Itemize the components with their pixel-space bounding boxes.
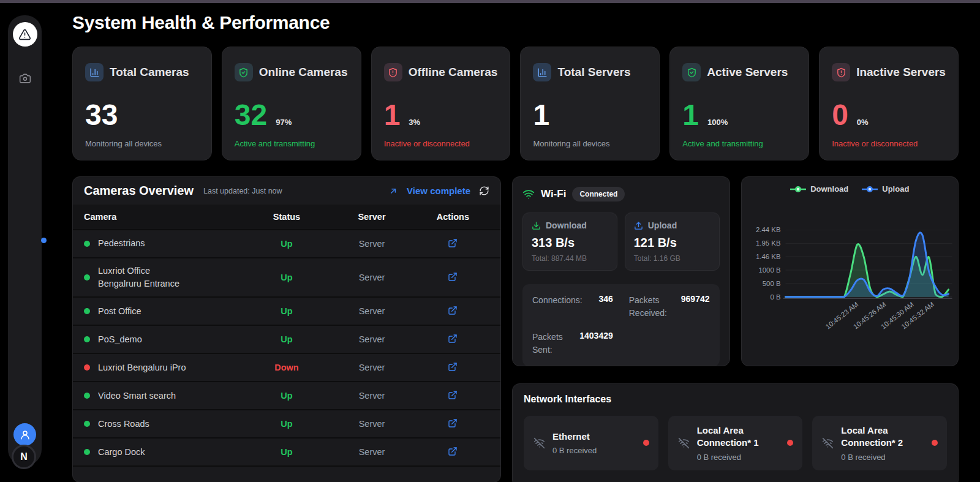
status-cell: Up <box>246 419 327 429</box>
legend-item[interactable]: Download <box>790 184 848 194</box>
external-link-icon <box>448 446 458 456</box>
stat-percent: 0% <box>857 118 869 129</box>
svg-text:1.46 KB: 1.46 KB <box>755 253 780 260</box>
view-complete-link[interactable]: View complete <box>407 186 470 196</box>
download-rate-value: 313 B/s <box>532 236 608 250</box>
legend-label: Upload <box>882 184 909 194</box>
server-cell: Server <box>327 273 417 282</box>
open-camera-button[interactable] <box>448 334 458 344</box>
user-icon <box>20 429 31 440</box>
stat-value: 1 <box>384 101 401 129</box>
chart-legend: DownloadUpload <box>747 182 954 194</box>
external-link-icon <box>448 362 458 372</box>
stat-card: Total Cameras 33 Monitoring all devices <box>72 47 212 160</box>
server-cell: Server <box>327 363 417 372</box>
stat-label: Total Cameras <box>110 66 189 79</box>
wifi-header: Wi-Fi Connected <box>522 187 720 201</box>
open-camera-button[interactable] <box>448 362 458 372</box>
network-interface-card: Local Area Connection* 2 0 B received <box>812 416 947 470</box>
camera-name: Cross Roads <box>98 418 149 431</box>
stat-subtext: Inactive or disconnected <box>384 139 498 148</box>
expand-button[interactable] <box>388 186 398 196</box>
open-camera-button[interactable] <box>448 238 458 248</box>
cameras-nav-button[interactable] <box>19 72 31 85</box>
camera-cell: Cross Roads <box>84 418 246 431</box>
status-dot <box>84 241 90 247</box>
table-row: Cross Roads Up Server <box>73 409 500 437</box>
legend-item[interactable]: Upload <box>862 184 909 194</box>
svg-text:0 B: 0 B <box>770 293 780 301</box>
open-camera-button[interactable] <box>448 272 458 282</box>
external-link-icon <box>448 306 458 315</box>
upload-rate-value: 121 B/s <box>634 236 710 250</box>
stat-card: Total Servers 1 Monitoring all devices <box>520 47 660 160</box>
table-row: Post Office Up Server <box>73 296 500 325</box>
cameras-overview-panel: Cameras Overview Last updated: Just now … <box>72 176 501 482</box>
connections-stat: Connections: 346 <box>532 294 613 320</box>
download-total: Total: 887.44 MB <box>532 254 608 263</box>
traffic-chart-panel: DownloadUpload 2.44 KB1.95 KB1.46 KB1000… <box>741 176 959 366</box>
status-dot <box>84 274 90 281</box>
stat-label: Inactive Servers <box>856 66 946 79</box>
table-row: Luxriot Office Bengalruru Entrance Up Se… <box>73 257 500 296</box>
stat-subtext: Inactive or disconnected <box>832 139 946 148</box>
network-interface-card: Ethernet 0 B received <box>524 416 658 470</box>
refresh-button[interactable] <box>479 186 489 196</box>
bar-chart-icon <box>89 67 100 78</box>
stat-card: Offline Cameras 1 3% Inactive or disconn… <box>371 47 511 160</box>
warning-triangle-icon <box>18 28 31 41</box>
table-row: PoS_demo Up Server <box>73 325 500 353</box>
camera-name: Post Office <box>98 305 141 318</box>
interface-status-dot <box>787 440 793 446</box>
cameras-overview-header: Cameras Overview Last updated: Just now … <box>73 177 500 205</box>
network-interface-detail: 0 B received <box>697 453 785 462</box>
wifi-rates: Download 313 B/s Total: 887.44 MB Upload… <box>522 213 720 271</box>
status-dot <box>84 421 90 427</box>
network-traffic-chart: 2.44 KB1.95 KB1.46 KB1000 B500 B0 B10:45… <box>747 194 954 348</box>
status-dot <box>84 449 90 455</box>
actions-cell <box>417 362 489 374</box>
open-camera-button[interactable] <box>448 418 458 428</box>
wifi-stats-box: Connections: 346 Packets Received: 96974… <box>522 284 720 366</box>
main-content: System Health & Performance Total Camera… <box>72 12 959 482</box>
server-cell: Server <box>327 419 417 429</box>
table-row-partial <box>73 465 500 480</box>
stat-percent: 97% <box>276 118 292 129</box>
legend-marker <box>790 186 806 193</box>
stat-card: Inactive Servers 0 0% Inactive or discon… <box>819 47 959 160</box>
shield-check-icon <box>238 67 249 78</box>
status-cell: Up <box>246 306 327 316</box>
stat-value: 0 <box>832 101 848 129</box>
stat-label: Active Servers <box>707 66 788 79</box>
sidebar-edge-indicator-dot <box>41 238 47 243</box>
server-cell: Server <box>327 391 417 401</box>
stat-card: Active Servers 1 100% Active and transmi… <box>669 47 809 160</box>
packets-sent-label: Packets Sent: <box>532 331 575 356</box>
actions-cell <box>417 272 489 284</box>
alerts-button[interactable] <box>13 22 37 47</box>
actions-cell <box>417 306 489 317</box>
camera-name: Pedestrians <box>98 237 145 250</box>
app-logo[interactable]: N <box>12 445 36 469</box>
sidebar-footer: N <box>8 419 42 465</box>
external-link-icon <box>448 390 458 400</box>
open-camera-button[interactable] <box>448 306 458 315</box>
wifi-icon <box>522 188 535 200</box>
column-header-status: Status <box>246 212 327 222</box>
wifi-off-icon <box>822 437 834 449</box>
table-row: Pedestrians Up Server <box>73 229 500 257</box>
bar-chart-icon <box>537 67 548 78</box>
open-camera-button[interactable] <box>448 446 458 456</box>
upload-label: Upload <box>648 220 677 230</box>
stat-percent: 3% <box>409 118 420 129</box>
external-link-icon <box>448 272 458 282</box>
user-avatar[interactable] <box>13 423 36 446</box>
legend-marker <box>862 186 878 193</box>
wifi-off-icon <box>533 437 545 449</box>
packets-sent-value: 1403429 <box>579 331 613 356</box>
stat-card-header: Total Cameras <box>85 63 199 81</box>
camera-name: Video Smart search <box>98 390 176 402</box>
status-cell: Up <box>246 273 327 282</box>
network-interface-info: Ethernet 0 B received <box>552 431 597 455</box>
open-camera-button[interactable] <box>448 390 458 400</box>
